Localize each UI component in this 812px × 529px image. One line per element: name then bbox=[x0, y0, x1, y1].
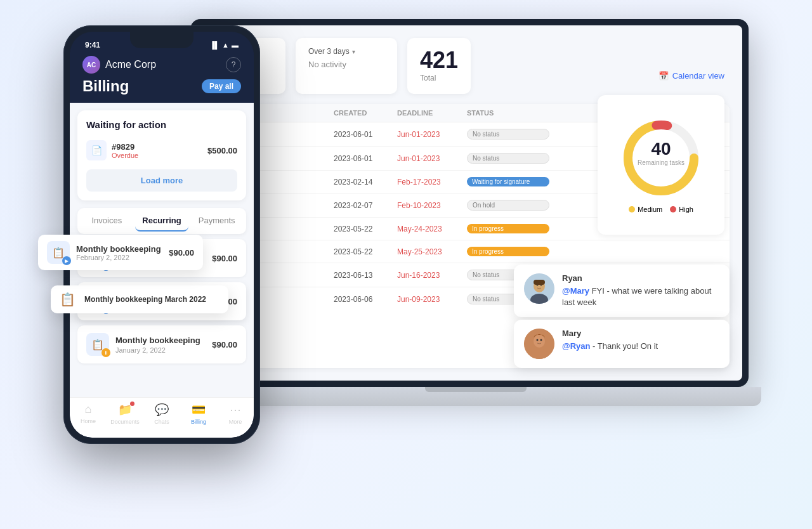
recurring-date-3: January 2, 2022 bbox=[115, 346, 206, 354]
recurring-item-3[interactable]: 📋 ⏸ Monthly bookkeeping January 2, 2022 … bbox=[77, 325, 246, 363]
more-icon: ⋯ bbox=[230, 403, 241, 417]
svg-text:Remaining tasks: Remaining tasks bbox=[638, 159, 684, 166]
floating-card-2-info: Monthly bookkeeping March 2022 bbox=[84, 295, 206, 304]
invoice-icon: 📄 bbox=[86, 140, 107, 160]
total-stat-card: 421 Total bbox=[407, 38, 471, 94]
donut-chart: 40 Remaining tasks bbox=[620, 117, 702, 199]
total-number: 421 bbox=[420, 47, 458, 74]
recurring-amount-3: $90.00 bbox=[212, 340, 237, 349]
high-label: High bbox=[679, 206, 693, 213]
billing-tabs: Invoices Recurring Payments bbox=[77, 208, 246, 234]
waiting-for-action-card: Waiting for action 📄 #9829 Overdue $500.… bbox=[77, 110, 246, 200]
nav-billing-label: Billing bbox=[191, 419, 206, 425]
wifi-icon: ▲ bbox=[222, 41, 229, 49]
svg-point-16 bbox=[537, 339, 539, 341]
laptop-screen: Today ▾ – deadline Over 3 days ▾ No acti… bbox=[190, 19, 749, 387]
total-label: Total bbox=[420, 74, 458, 82]
laptop-display: Today ▾ – deadline Over 3 days ▾ No acti… bbox=[197, 25, 742, 381]
legend-high: High bbox=[670, 206, 693, 213]
floating-card-name: Monthly bookkeeping bbox=[76, 244, 161, 254]
calendar-icon: 📅 bbox=[658, 71, 669, 81]
chat-ryan: Ryan @Mary FYI - what we were talking ab… bbox=[514, 264, 730, 317]
mary-name: Mary bbox=[562, 329, 719, 338]
chats-icon: 💬 bbox=[155, 403, 169, 417]
ryan-name: Ryan bbox=[562, 273, 719, 283]
billing-title: Billing bbox=[82, 77, 129, 95]
nav-home-label: Home bbox=[81, 418, 96, 424]
activity-stat-card: Over 3 days ▾ No activity bbox=[296, 38, 397, 94]
phone-time: 9:41 bbox=[85, 41, 100, 49]
svg-text:40: 40 bbox=[651, 139, 671, 159]
floating-card-2-icon: 📋 bbox=[60, 292, 75, 307]
load-more-button[interactable]: Load more bbox=[86, 169, 237, 192]
invoice-status: Overdue bbox=[112, 152, 138, 159]
floating-card-icon: 📋 ▶ bbox=[47, 241, 70, 264]
table-row[interactable]: ...Susa... 2023-05-22 May-25-2023 In pro… bbox=[209, 240, 730, 263]
nav-home[interactable]: ⌂ Home bbox=[70, 403, 107, 425]
medium-color-dot bbox=[629, 206, 635, 212]
pause-badge: ⏸ bbox=[102, 348, 110, 357]
mary-message: @Ryan - Thank you! On it bbox=[562, 341, 719, 352]
svg-point-17 bbox=[540, 339, 542, 341]
col-status: Status bbox=[467, 109, 549, 117]
pay-all-button[interactable]: Pay all bbox=[202, 79, 241, 93]
help-button[interactable]: ? bbox=[226, 57, 241, 72]
floating-card-info: Monthly bookkeeping February 2, 2022 bbox=[76, 244, 161, 261]
col-deadline: Deadline bbox=[397, 109, 467, 117]
battery-icon: ▬ bbox=[232, 41, 239, 49]
calendar-view-button[interactable]: 📅 Calendar view bbox=[658, 71, 724, 81]
recurring-amount-1: $90.00 bbox=[212, 254, 237, 263]
invoice-amount: $500.00 bbox=[207, 146, 237, 155]
company-avatar: AC bbox=[82, 56, 100, 74]
ryan-mention: @Mary bbox=[562, 286, 589, 296]
recurring-info-3: Monthly bookkeeping January 2, 2022 bbox=[115, 336, 206, 354]
recurring-name-3: Monthly bookkeeping bbox=[115, 336, 206, 345]
donut-chart-card: 40 Remaining tasks Medium High bbox=[598, 95, 724, 235]
signal-icon: ▐▌ bbox=[210, 41, 220, 49]
phone-header-top: AC Acme Corp ? bbox=[82, 56, 241, 74]
floating-card-amount: $90.00 bbox=[169, 248, 194, 258]
floating-card-date: February 2, 2022 bbox=[76, 254, 161, 261]
company-name: Acme Corp bbox=[105, 59, 156, 70]
floating-card-february: 📋 ▶ Monthly bookkeeping February 2, 2022… bbox=[38, 235, 203, 270]
tab-recurring[interactable]: Recurring bbox=[135, 211, 189, 232]
ryan-avatar bbox=[524, 273, 554, 304]
calendar-view-label: Calendar view bbox=[672, 71, 724, 81]
bottom-nav: ⌂ Home 📁 Documents 💬 Chats 💳 Billing bbox=[70, 397, 254, 438]
donut-legend: Medium High bbox=[629, 206, 693, 213]
invoice-left: 📄 #9829 Overdue bbox=[86, 140, 138, 160]
nav-more[interactable]: ⋯ More bbox=[217, 403, 254, 425]
phone-header: AC Acme Corp ? Billing Pay all bbox=[70, 52, 254, 103]
activity-filter[interactable]: Over 3 days ▾ bbox=[308, 47, 384, 56]
tab-payments[interactable]: Payments bbox=[190, 211, 244, 232]
floating-icon-badge: ▶ bbox=[62, 256, 71, 265]
billing-icon: 💳 bbox=[192, 403, 206, 417]
company-row: AC Acme Corp bbox=[82, 56, 156, 74]
mary-chat-content: Mary @Ryan - Thank you! On it bbox=[562, 329, 719, 352]
waiting-title: Waiting for action bbox=[86, 119, 237, 130]
chat-mary: Mary @Ryan - Thank you! On it bbox=[514, 320, 730, 368]
home-icon: ⌂ bbox=[85, 403, 92, 416]
invoice-number: #9829 bbox=[112, 142, 138, 152]
activity-filter-label: Over 3 days bbox=[308, 47, 350, 56]
invoice-item[interactable]: 📄 #9829 Overdue $500.00 bbox=[86, 136, 237, 164]
nav-documents[interactable]: 📁 Documents bbox=[107, 403, 143, 425]
high-color-dot bbox=[670, 206, 676, 212]
ryan-message: @Mary FYI - what we were talking about l… bbox=[562, 285, 719, 308]
svg-rect-11 bbox=[534, 280, 545, 285]
legend-medium: Medium bbox=[629, 206, 662, 213]
mary-avatar bbox=[524, 329, 554, 359]
floating-card-2-name: Monthly bookkeeping March 2022 bbox=[84, 295, 206, 304]
nav-chats[interactable]: 💬 Chats bbox=[143, 403, 180, 425]
activity-caret-icon: ▾ bbox=[352, 48, 355, 55]
billing-title-row: Billing Pay all bbox=[82, 77, 241, 95]
documents-icon: 📁 bbox=[118, 403, 132, 417]
nav-billing[interactable]: 💳 Billing bbox=[180, 403, 217, 425]
nav-documents-label: Documents bbox=[110, 419, 140, 425]
tab-invoices[interactable]: Invoices bbox=[80, 211, 134, 232]
company-initials: AC bbox=[87, 62, 96, 69]
nav-more-label: More bbox=[229, 419, 242, 425]
mary-mention: @Ryan bbox=[562, 341, 590, 351]
nav-chats-label: Chats bbox=[154, 419, 169, 425]
ryan-chat-content: Ryan @Mary FYI - what we were talking ab… bbox=[562, 273, 719, 308]
